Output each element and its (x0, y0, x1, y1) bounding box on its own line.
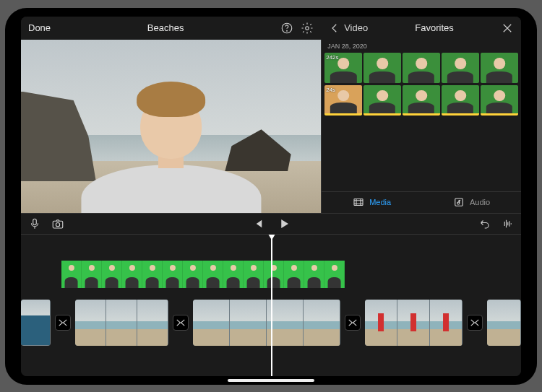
filmstrip-icon (352, 196, 365, 209)
editor-header: Done Beaches (21, 17, 321, 40)
help-icon[interactable] (280, 22, 293, 35)
timeline[interactable] (21, 235, 521, 376)
svg-rect-3 (354, 199, 363, 206)
library-tabs: Media Audio (322, 191, 521, 213)
library-panel-title: Favorites (374, 22, 495, 33)
svg-point-2 (306, 26, 309, 30)
transition-icon[interactable] (467, 315, 483, 331)
transition-icon[interactable] (173, 315, 189, 331)
svg-rect-6 (53, 221, 63, 228)
video-preview[interactable] (21, 40, 321, 213)
timeline-clip[interactable] (193, 300, 340, 346)
settings-gear-icon[interactable] (301, 22, 314, 35)
done-button[interactable]: Done (28, 22, 51, 33)
library-tab-media[interactable]: Media (322, 192, 421, 213)
screen: Done Beaches Video Favorites (21, 17, 521, 376)
project-title: Beaches (58, 22, 273, 33)
playhead[interactable] (271, 235, 272, 376)
library-tab-media-label: Media (369, 198, 391, 206)
library-back-button[interactable]: Video (328, 22, 368, 35)
playback-controls (21, 213, 521, 235)
library-clip[interactable]: 242s (324, 53, 518, 83)
skip-to-start-icon[interactable] (251, 217, 264, 230)
microphone-icon[interactable] (28, 217, 41, 230)
svg-rect-5 (33, 219, 37, 225)
svg-point-7 (56, 222, 59, 226)
preview-canvas (21, 40, 321, 213)
library-tab-audio[interactable]: Audio (421, 192, 521, 213)
undo-icon[interactable] (478, 217, 491, 230)
library-back-label: Video (344, 22, 368, 33)
close-icon[interactable] (501, 22, 514, 35)
play-icon[interactable] (278, 217, 291, 230)
library-clip-list: 242s 24s (322, 53, 521, 118)
top-bar: Done Beaches Video Favorites (21, 17, 521, 40)
overlay-track-clip[interactable] (61, 261, 345, 288)
clip-duration-label: 242s (326, 54, 338, 61)
timeline-clip[interactable] (365, 300, 463, 346)
svg-point-1 (287, 30, 288, 31)
timeline-clip[interactable] (21, 300, 51, 346)
audio-waveform-icon[interactable] (501, 217, 514, 230)
library-header: Video Favorites (321, 17, 521, 40)
timeline-clip[interactable] (75, 300, 169, 346)
media-library-panel: JAN 28, 2020 242s 24s (321, 40, 521, 213)
library-tab-audio-label: Audio (470, 198, 490, 206)
chevron-left-icon (328, 22, 341, 35)
transition-icon[interactable] (345, 315, 361, 331)
transition-icon[interactable] (55, 315, 71, 331)
library-clip[interactable]: 24s (324, 85, 518, 116)
upper-panels: JAN 28, 2020 242s 24s (21, 40, 521, 213)
clip-duration-label: 24s (326, 87, 335, 93)
library-date-header: JAN 28, 2020 (322, 40, 521, 53)
music-note-icon (452, 196, 465, 209)
camera-icon[interactable] (51, 217, 64, 230)
ipad-device-frame: Done Beaches Video Favorites (5, 8, 537, 385)
timeline-clip[interactable] (487, 300, 521, 346)
